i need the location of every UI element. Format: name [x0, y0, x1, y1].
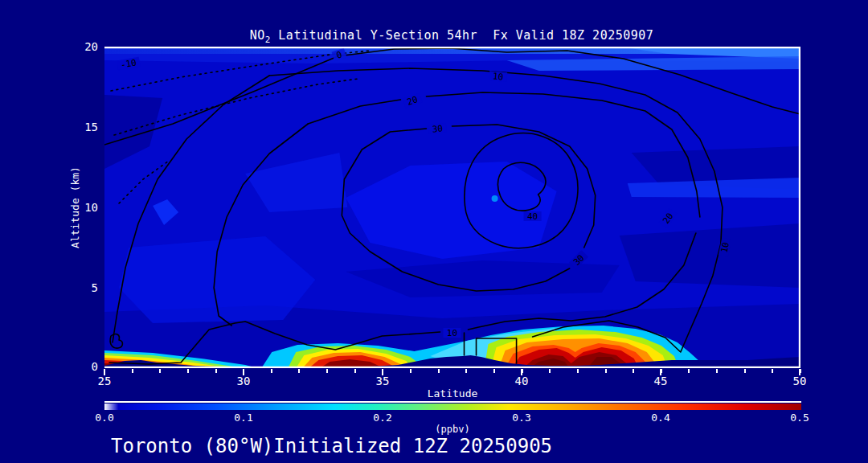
chart-title-prefix: NO: [250, 28, 265, 43]
contour-cross-section-plot: -10 0 10 20 30 40 30 20 10 10: [104, 47, 800, 368]
y-tick-label: 15: [58, 121, 98, 133]
contour-label: 30: [432, 123, 444, 134]
contour-label: 10: [492, 71, 504, 82]
model-init-label: Toronto (80°W)Initialized 12Z 20250905: [111, 435, 552, 457]
colorbar-tick-label: 0.1: [226, 412, 261, 424]
colorbar-tick-label: 0.4: [643, 412, 678, 424]
y-tick-label: 20: [58, 40, 98, 53]
colorbar-units-label: (ppbv): [104, 424, 800, 435]
y-tick-label: 5: [58, 281, 98, 294]
colorbar-tick-label: 0.0: [87, 412, 122, 424]
contour-label: 10: [447, 328, 457, 338]
contour-label: 40: [527, 211, 538, 222]
colorbar-tick-label: 0.5: [782, 412, 817, 424]
x-tick-label: 50: [782, 375, 817, 387]
x-tick-label: 25: [87, 375, 122, 387]
y-tick-label: 0: [58, 360, 98, 373]
colorbar-top-line: [104, 401, 801, 403]
x-axis-minor-ticks: [104, 369, 801, 373]
y-tick-label: 10: [58, 201, 98, 214]
colorbar-tick-label: 0.3: [504, 412, 539, 424]
colorbar-tick-label: 0.2: [365, 412, 400, 424]
x-tick-label: 45: [643, 375, 678, 387]
contour-label: 10: [719, 241, 731, 254]
field-speck: [492, 195, 498, 202]
x-tick-label: 35: [365, 375, 400, 387]
chart-title-rest: Latitudinal Y-Section 54hr Fx Valid 18Z …: [271, 28, 654, 43]
x-tick-label: 40: [504, 375, 539, 387]
x-tick-label: 30: [226, 375, 261, 387]
colorbar: [104, 404, 801, 410]
x-axis-label: Latitude: [104, 387, 800, 399]
chart-title: NO2 Latitudinal Y-Section 54hr Fx Valid …: [37, 28, 866, 45]
chart-title-subscript: 2: [265, 35, 271, 45]
